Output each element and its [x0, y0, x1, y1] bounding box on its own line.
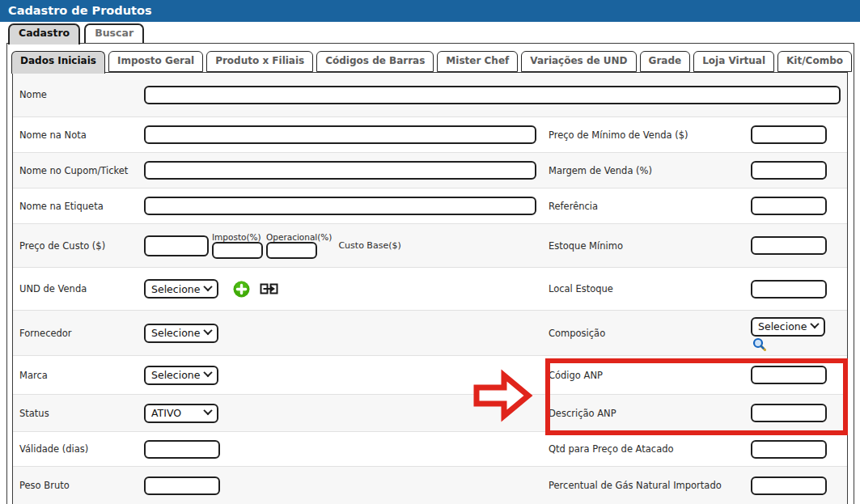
gas-natural-label: Percentual de Gás Natural Importado — [549, 480, 722, 491]
descricao-anp-input[interactable] — [751, 404, 827, 422]
fornecedor-label: Fornecedor — [19, 328, 72, 339]
margem-venda-label: Margem de Venda (%) — [549, 165, 652, 176]
tab-cadastro[interactable]: Cadastro — [8, 23, 80, 44]
descricao-anp-label: Descrição ANP — [549, 408, 616, 419]
nome-input[interactable] — [144, 86, 841, 104]
tab-kit-combo[interactable]: Kit/Combo — [777, 51, 852, 72]
form-row-validade: Válidade (dias) Qtd para Preço de Atacad… — [13, 431, 847, 466]
gas-natural-input[interactable] — [751, 476, 827, 495]
marca-select[interactable]: Selecione — [144, 366, 218, 385]
tab-mister-chef[interactable]: Mister Chef — [437, 51, 518, 72]
add-und-button[interactable] — [233, 281, 250, 298]
chevron-down-icon — [203, 326, 212, 335]
nome-na-etiqueta-label: Nome na Etiqueta — [19, 201, 104, 212]
composicao-select-value: Selecione — [758, 320, 807, 332]
form-row-preco-de-custo: Preço de Custo ($) Imposto(%) Operaciona… — [13, 223, 847, 267]
form-row-nome-na-etiqueta: Nome na Etiqueta Referência — [13, 188, 847, 223]
margem-venda-input[interactable] — [751, 161, 827, 180]
dados-iniciais-panel: Nome Nome na Nota Preço de Mínimo de Ven… — [12, 72, 848, 504]
form-row-nome: Nome — [13, 73, 847, 116]
operacional-label: Operacional(%) — [266, 232, 332, 242]
referencia-label: Referência — [549, 201, 598, 212]
tab-produto-x-filiais[interactable]: Produto x Filiais — [206, 51, 313, 72]
und-de-venda-select[interactable]: Selecione — [144, 279, 218, 299]
nome-no-cupom-label: Nome no Cupom/Ticket — [19, 165, 128, 176]
nome-label: Nome — [19, 89, 47, 100]
page-title: Cadastro de Produtos — [8, 4, 152, 17]
form-row-status: Status ATIVO Descrição ANP — [13, 394, 847, 431]
tab-buscar[interactable]: Buscar — [84, 23, 144, 43]
form-row-nome-no-cupom: Nome no Cupom/Ticket Margem de Venda (%) — [13, 152, 847, 188]
tab-codigos-de-barras[interactable]: Códigos de Barras — [316, 51, 434, 72]
nome-no-cupom-input[interactable] — [144, 161, 536, 180]
cadastro-panel: Dados Iniciais Imposto Geral Produto x F… — [6, 43, 854, 504]
estoque-minimo-input[interactable] — [751, 236, 827, 255]
marca-label: Marca — [19, 370, 48, 381]
qtd-atacado-label: Qtd para Preço de Atacado — [549, 443, 674, 455]
magnifier-icon — [752, 337, 766, 351]
tab-loja-virtual[interactable]: Loja Virtual — [693, 51, 774, 72]
form-row-peso-bruto: Peso Bruto Percentual de Gás Natural Imp… — [13, 466, 847, 504]
peso-bruto-label: Peso Bruto — [19, 480, 70, 491]
nome-na-nota-label: Nome na Nota — [19, 129, 87, 141]
preco-minimo-venda-label: Preço de Mínimo de Venda ($) — [549, 129, 688, 141]
chevron-down-icon — [203, 406, 212, 415]
tab-variacoes-de-und[interactable]: Variações de UND — [521, 51, 636, 72]
status-label: Status — [19, 408, 49, 419]
und-de-venda-select-value: Selecione — [151, 283, 200, 295]
chevron-down-icon — [810, 320, 819, 328]
form-row-nome-na-nota: Nome na Nota Preço de Mínimo de Venda ($… — [13, 116, 847, 152]
window-title: Cadastro de Produtos — [0, 0, 860, 22]
custo-base-label: Custo Base($) — [338, 241, 400, 251]
main-tab-bar: Cadastro Buscar — [8, 23, 144, 44]
qtd-atacado-input[interactable] — [751, 440, 827, 459]
status-select[interactable]: ATIVO — [144, 404, 218, 423]
fornecedor-select-value: Selecione — [151, 327, 200, 339]
plus-circle-icon — [233, 281, 250, 298]
und-conversion-button[interactable] — [260, 282, 278, 296]
sub-tab-bar: Dados Iniciais Imposto Geral Produto x F… — [11, 51, 852, 74]
codigo-anp-input[interactable] — [751, 366, 827, 384]
tab-dados-iniciais[interactable]: Dados Iniciais — [11, 51, 105, 74]
form-row-und-de-venda: UND de Venda Selecione — [13, 267, 847, 310]
preco-de-custo-label: Preço de Custo ($) — [19, 240, 105, 252]
chevron-down-icon — [203, 282, 212, 290]
validade-label: Válidade (dias) — [19, 443, 88, 455]
preco-minimo-venda-input[interactable] — [751, 125, 827, 144]
local-estoque-input[interactable] — [751, 280, 827, 299]
estoque-minimo-label: Estoque Mínimo — [549, 240, 623, 252]
fornecedor-select[interactable]: Selecione — [144, 324, 218, 343]
validade-input[interactable] — [144, 440, 220, 459]
status-select-value: ATIVO — [151, 407, 181, 419]
imposto-label: Imposto(%) — [212, 232, 263, 242]
nome-na-etiqueta-input[interactable] — [144, 197, 536, 215]
referencia-input[interactable] — [751, 197, 827, 215]
imposto-input[interactable] — [212, 242, 263, 259]
chevron-down-icon — [203, 368, 212, 377]
local-estoque-label: Local Estoque — [549, 283, 613, 294]
unit-conversion-icon — [260, 282, 278, 296]
operacional-input[interactable] — [266, 242, 317, 259]
tab-grade[interactable]: Grade — [640, 51, 691, 72]
composicao-search-button[interactable] — [752, 337, 766, 351]
marca-select-value: Selecione — [151, 369, 200, 381]
peso-bruto-input[interactable] — [144, 476, 220, 495]
form-row-marca: Marca Selecione Código ANP — [13, 355, 847, 394]
nome-na-nota-input[interactable] — [144, 125, 536, 144]
codigo-anp-label: Código ANP — [549, 370, 603, 381]
form-row-fornecedor: Fornecedor Selecione Composição Selecion… — [13, 310, 847, 355]
preco-de-custo-input[interactable] — [144, 235, 209, 256]
composicao-select[interactable]: Selecione — [751, 317, 825, 337]
tab-imposto-geral[interactable]: Imposto Geral — [108, 51, 203, 72]
composicao-label: Composição — [549, 328, 605, 339]
und-de-venda-label: UND de Venda — [19, 283, 87, 294]
